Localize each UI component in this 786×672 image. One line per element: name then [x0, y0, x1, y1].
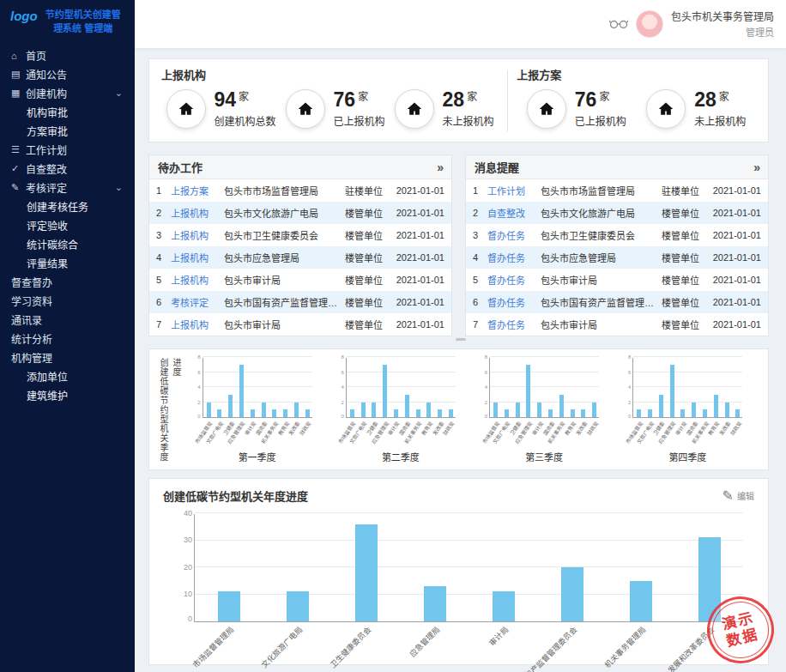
row-link[interactable]: 督办任务 — [487, 295, 541, 309]
row-date: 2021-01-01 — [391, 275, 444, 285]
bar — [648, 409, 652, 417]
sidebar-item-考核评定[interactable]: ✎考核评定⌄ — [0, 179, 135, 197]
bar — [207, 403, 211, 418]
row-link[interactable]: 上报机构 — [171, 206, 224, 220]
sidebar-item-机构管理[interactable]: 机构管理 — [0, 348, 135, 367]
gridline — [490, 402, 599, 403]
row-type: 楼管单位 — [662, 318, 708, 331]
y-tick-label: 0 — [197, 414, 200, 419]
sidebar-item-工作计划[interactable]: ☰工作计划 — [0, 141, 135, 160]
row-date: 2021-01-01 — [708, 185, 761, 196]
row-link[interactable]: 上报方案 — [171, 184, 224, 197]
glasses-icon[interactable] — [609, 19, 628, 29]
y-tick-label: 10 — [184, 590, 192, 598]
row-date: 2021-01-01 — [391, 297, 444, 307]
row-link[interactable]: 上报机构 — [171, 318, 224, 331]
sidebar-item-创建考核任务[interactable]: 创建考核任务 — [0, 197, 135, 216]
row-link[interactable]: 督办任务 — [487, 273, 541, 287]
inspection-icon: ✓ — [11, 163, 26, 174]
user-text: 包头市机关事务管理局 管理员 — [671, 9, 774, 39]
home-icon — [166, 89, 206, 129]
stat-unit: 家 — [239, 92, 249, 102]
assessment-icon: ✎ — [11, 182, 26, 193]
sidebar-item-创建机构[interactable]: ▦创建机构⌄ — [0, 84, 135, 103]
stat-total-orgs: 94家 创建机构总数 — [166, 89, 276, 129]
sidebar-item-label: 评定验收 — [27, 218, 68, 233]
gridline — [633, 386, 742, 387]
sidebar-item-首页[interactable]: ⌂首页 — [0, 46, 135, 65]
stat-reported-plans: 76家 已上报机构 — [527, 89, 626, 129]
bar — [272, 409, 276, 417]
home-icon — [395, 89, 434, 129]
chevron-down-icon: ⌄ — [115, 182, 123, 193]
bar — [372, 403, 376, 418]
sidebar-item-label: 首页 — [26, 48, 46, 63]
chevron-down-icon: ⌄ — [115, 88, 123, 99]
gridline — [195, 566, 743, 567]
row-link[interactable]: 上报机构 — [171, 251, 224, 264]
row-link[interactable]: 督办任务 — [487, 251, 541, 264]
y-tick-label: 6 — [628, 370, 631, 375]
sidebar-item-label: 通讯录 — [11, 312, 42, 327]
sidebar-item-添加单位[interactable]: 添加单位 — [0, 367, 135, 386]
stat-label: 未上报机构 — [443, 113, 494, 128]
bar — [692, 403, 696, 418]
user-org: 包头市机关事务管理局 — [671, 9, 774, 23]
chart-caption: 第三季度 — [489, 450, 599, 463]
x-tick-label: 机关事务管理局 — [602, 624, 648, 670]
sidebar-item-建筑维护[interactable]: 建筑维护 — [0, 386, 135, 405]
row-link[interactable]: 督办任务 — [487, 318, 541, 331]
sidebar-item-label: 学习资料 — [11, 294, 52, 308]
chart-plot: 24680 — [489, 358, 599, 418]
home-icon — [527, 89, 566, 129]
row-link[interactable]: 上报机构 — [171, 273, 224, 287]
row-link[interactable]: 工作计划 — [487, 184, 541, 197]
chart-plot: 24680 — [346, 358, 456, 418]
sidebar-item-机构审批[interactable]: 机构审批 — [0, 103, 135, 122]
y-tick-label: 6 — [342, 370, 344, 375]
y-tick-label: 30 — [184, 536, 192, 544]
sidebar-item-通知公告[interactable]: ▤通知公告 — [0, 65, 135, 84]
edit-button[interactable]: ✎ 编辑 — [723, 487, 754, 504]
stat-label: 创建机构总数 — [215, 113, 276, 128]
sidebar-item-统计碳综合[interactable]: 统计碳综合 — [0, 235, 135, 254]
bar — [361, 403, 366, 418]
sidebar-item-通讯录[interactable]: 通讯录 — [0, 311, 135, 330]
sidebar-item-评定验收[interactable]: 评定验收 — [0, 216, 135, 235]
sidebar-item-学习资料[interactable]: 学习资料 — [0, 292, 135, 311]
gridline — [203, 372, 312, 372]
sidebar: logo 节约型机关创建管理系统 管理端 ⌂首页▤通知公告▦创建机构⌄机构审批方… — [0, 0, 135, 672]
more-icon[interactable]: » — [753, 160, 759, 174]
sidebar-item-label: 评量结果 — [27, 256, 68, 270]
table-row: 1上报方案包头市市场监督管理局驻楼单位2021-01-01 — [149, 179, 451, 202]
row-link[interactable]: 自查整改 — [487, 206, 541, 220]
app-root: logo 节约型机关创建管理系统 管理端 ⌂首页▤通知公告▦创建机构⌄机构审批方… — [0, 0, 786, 672]
bar — [405, 395, 409, 417]
sidebar-item-督查督办[interactable]: 督查督办 — [0, 273, 135, 292]
plan-icon: ☰ — [11, 144, 26, 155]
bar — [680, 409, 685, 417]
y-tick-label: 2 — [628, 400, 631, 405]
row-date: 2021-01-01 — [708, 252, 761, 263]
row-link[interactable]: 上报机构 — [171, 228, 224, 242]
avatar[interactable] — [636, 10, 663, 38]
stats-divider — [507, 70, 508, 131]
sidebar-item-label: 通知公告 — [26, 67, 67, 82]
sidebar-item-评量结果[interactable]: 评量结果 — [0, 254, 135, 273]
row-type: 楼管单位 — [662, 295, 708, 309]
bar — [449, 409, 453, 417]
more-icon[interactable]: » — [437, 160, 443, 174]
y-tick-label: 8 — [485, 354, 487, 360]
row-link[interactable]: 考核评定 — [171, 295, 224, 309]
sidebar-item-统计分析[interactable]: 统计分析 — [0, 330, 135, 348]
report-plan-group: 上报方案 76家 已上报机构 28家 未上报机构 — [517, 66, 756, 135]
sidebar-item-自查整改[interactable]: ✓自查整改 — [0, 160, 135, 179]
bar — [218, 591, 240, 621]
bar — [355, 524, 378, 621]
row-index: 3 — [473, 230, 487, 240]
row-link[interactable]: 督办任务 — [487, 228, 541, 242]
bar — [725, 403, 729, 418]
chart-caption: 第一季度 — [203, 450, 312, 463]
sidebar-item-方案审批[interactable]: 方案审批 — [0, 122, 135, 141]
x-tick-label: 文化旅游广电局 — [258, 624, 305, 670]
